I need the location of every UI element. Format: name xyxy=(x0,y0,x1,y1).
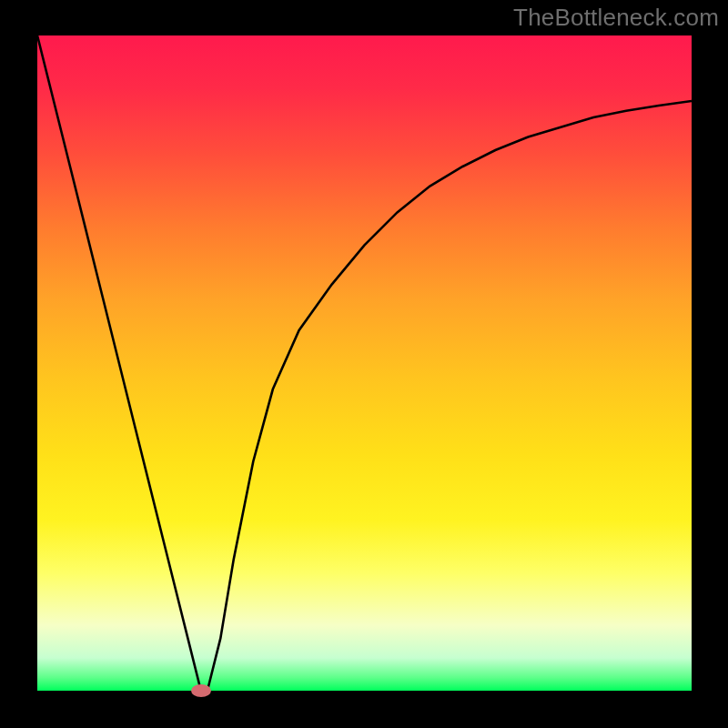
chart-frame: TheBottleneck.com xyxy=(0,0,728,728)
bottleneck-curve xyxy=(37,35,692,691)
watermark-text: TheBottleneck.com xyxy=(513,4,719,32)
optimal-point-marker xyxy=(191,684,211,697)
chart-plot-area xyxy=(37,35,692,691)
